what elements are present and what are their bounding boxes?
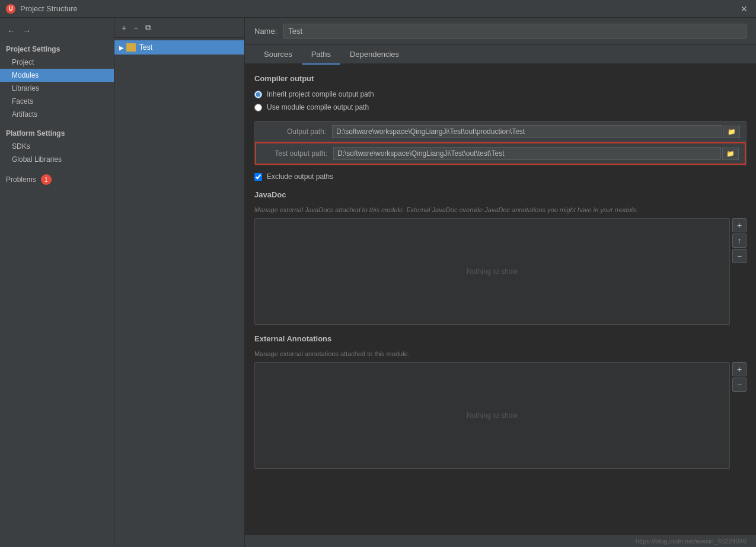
name-row: Name:	[245, 18, 756, 45]
title-text: Project Structure	[20, 4, 78, 13]
sidebar: ← → Project Settings Project Modules Lib…	[0, 18, 114, 547]
output-path-label: Output path:	[261, 127, 332, 136]
javadoc-side-buttons: + ↑ −	[732, 218, 747, 325]
javadoc-description: Manage external JavaDocs attached to thi…	[254, 206, 747, 213]
bottom-bar: https://blog.csdn.net/weixin_45224046	[245, 535, 756, 547]
close-button[interactable]: ✕	[738, 3, 750, 15]
test-output-path-label: Test output path:	[262, 149, 333, 158]
javadoc-remove-button[interactable]: −	[732, 249, 747, 263]
test-output-path-folder-button[interactable]: 📁	[722, 148, 739, 160]
nav-forward-button[interactable]: →	[20, 25, 33, 37]
javadoc-add-button[interactable]: +	[732, 218, 747, 232]
radio-module-label: Use module compile output path	[267, 103, 369, 111]
annotations-empty-text: Nothing to show	[467, 411, 518, 420]
sidebar-item-modules[interactable]: Modules	[0, 69, 114, 82]
module-tree: ▶ Test	[114, 38, 244, 547]
sidebar-item-sdks[interactable]: SDKs	[0, 140, 114, 153]
path-rows: Output path: 📁 Test output path: 📁	[254, 121, 747, 165]
module-toolbar: + − ⧉	[114, 18, 244, 38]
external-annotations-section: External Annotations Manage external ann…	[254, 334, 747, 469]
radio-inherit-input[interactable]	[254, 91, 262, 98]
annotations-panel-wrapper: Nothing to show + −	[254, 362, 747, 469]
exclude-checkbox[interactable]	[254, 173, 262, 181]
project-settings-label: Project Settings	[0, 41, 114, 56]
add-module-button[interactable]: +	[119, 22, 129, 34]
external-annotations-title: External Annotations	[254, 334, 747, 343]
problems-badge: 1	[41, 174, 52, 185]
copy-module-button[interactable]: ⧉	[143, 21, 154, 34]
problems-row[interactable]: Problems 1	[0, 171, 114, 188]
tab-dependencies[interactable]: Dependencies	[340, 45, 409, 65]
annotations-empty-panel: Nothing to show	[254, 362, 730, 469]
title-bar: U Project Structure ✕	[0, 0, 756, 18]
exclude-checkbox-row: Exclude output paths	[254, 172, 747, 181]
javadoc-empty-text: Nothing to show	[467, 267, 518, 276]
tree-chevron-icon: ▶	[119, 44, 124, 51]
output-path-folder-button[interactable]: 📁	[723, 126, 740, 138]
remove-module-button[interactable]: −	[131, 22, 141, 34]
tree-item-test[interactable]: ▶ Test	[114, 40, 244, 55]
name-input[interactable]	[283, 24, 747, 39]
test-output-path-input[interactable]	[333, 147, 721, 160]
panel-content: Compiler output Inherit project compile …	[245, 65, 756, 535]
right-panel: Name: Sources Paths Dependencies Compile…	[245, 18, 756, 547]
radio-inherit[interactable]: Inherit project compile output path	[254, 90, 747, 98]
javadoc-section: JavaDoc Manage external JavaDocs attache…	[254, 190, 747, 325]
javadoc-moveup-button[interactable]: ↑	[732, 233, 747, 248]
watermark: https://blog.csdn.net/weixin_45224046	[636, 538, 747, 545]
platform-settings-label: Platform Settings	[0, 126, 114, 140]
radio-inherit-label: Inherit project compile output path	[267, 90, 374, 98]
javadoc-panel-wrapper: Nothing to show + ↑ −	[254, 218, 747, 325]
output-path-row: Output path: 📁	[255, 121, 746, 142]
name-label: Name:	[254, 27, 277, 36]
sidebar-item-artifacts[interactable]: Artifacts	[0, 108, 114, 121]
module-panel: + − ⧉ ▶ Test	[114, 18, 245, 547]
output-path-input[interactable]	[332, 125, 722, 138]
tabs-bar: Sources Paths Dependencies	[245, 45, 756, 65]
radio-group: Inherit project compile output path Use …	[254, 90, 747, 111]
main-content: ← → Project Settings Project Modules Lib…	[0, 18, 756, 547]
tab-sources[interactable]: Sources	[254, 45, 302, 65]
annotations-add-button[interactable]: +	[732, 362, 747, 376]
annotations-side-buttons: + −	[732, 362, 747, 469]
nav-back-button[interactable]: ←	[5, 25, 18, 37]
problems-label: Problems	[6, 175, 36, 184]
tab-paths[interactable]: Paths	[302, 45, 340, 65]
radio-module[interactable]: Use module compile output path	[254, 103, 747, 111]
sidebar-item-project[interactable]: Project	[0, 56, 114, 69]
javadoc-title: JavaDoc	[254, 190, 747, 199]
folder-icon	[126, 43, 136, 52]
javadoc-empty-panel: Nothing to show	[254, 218, 730, 325]
annotations-remove-button[interactable]: −	[732, 378, 747, 392]
app-icon: U	[6, 4, 15, 14]
radio-module-input[interactable]	[254, 104, 262, 111]
compiler-output-title: Compiler output	[254, 74, 747, 83]
test-output-path-row: Test output path: 📁	[255, 142, 746, 165]
title-bar-left: U Project Structure	[6, 4, 78, 14]
sidebar-item-facets[interactable]: Facets	[0, 95, 114, 108]
sidebar-nav: ← →	[0, 23, 114, 39]
platform-settings-section: Platform Settings SDKs Global Libraries	[0, 126, 114, 166]
tree-item-label: Test	[139, 43, 152, 52]
sidebar-item-libraries[interactable]: Libraries	[0, 82, 114, 95]
sidebar-item-global-libraries[interactable]: Global Libraries	[0, 153, 114, 166]
exclude-label: Exclude output paths	[267, 172, 333, 181]
annotations-description: Manage external annotations attached to …	[254, 350, 747, 357]
